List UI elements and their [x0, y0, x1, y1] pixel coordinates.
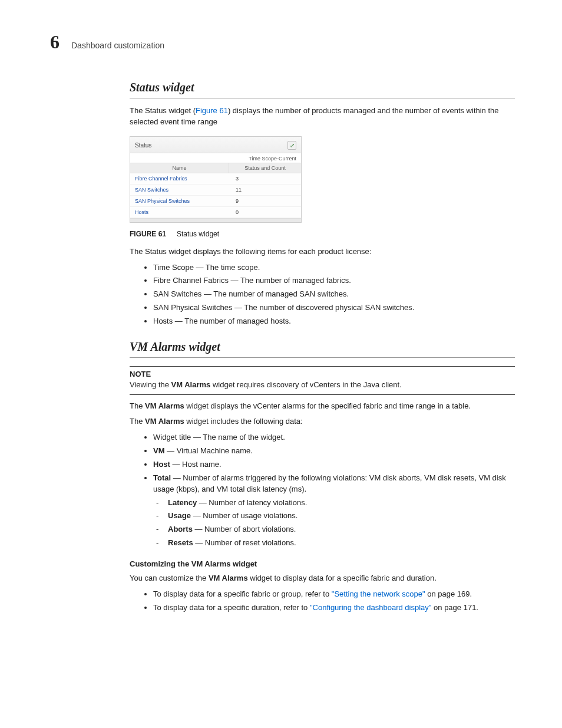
list-item: Time Scope — The time scope. [153, 262, 515, 274]
list-item: Latency — Number of latency violations. [168, 498, 515, 509]
text: widget requires discovery of vCenters in… [210, 380, 401, 389]
cross-ref-link[interactable]: "Configuring the dashboard display" [310, 603, 432, 612]
list-item: To display data for a specific fabric or… [153, 589, 515, 600]
row-count: 0 [231, 207, 301, 218]
list-item: Host — Host name. [153, 459, 515, 470]
list-item: Fibre Channel Fabrics — The number of ma… [153, 275, 515, 286]
list-item: Aborts — Number of abort violations. [168, 524, 515, 535]
text: The [130, 417, 145, 426]
list-item: Usage — Number of usage violations. [168, 510, 515, 522]
list-item: SAN Switches — The number of managed SAN… [153, 289, 515, 300]
text: — Number of latency violations. [197, 498, 307, 507]
text: Viewing the [130, 380, 171, 389]
widget-title-text: Status [135, 142, 151, 149]
widget-rows: Fibre Channel Fabrics 3 SAN Switches 11 … [130, 173, 301, 218]
list-item: Hosts — The number of managed hosts. [153, 316, 515, 327]
status-widget-panel: Status ⤢ Time Scope-Current Name Status … [130, 136, 302, 223]
col-name: Name [130, 163, 229, 173]
text: The Status widget ( [130, 106, 196, 115]
text: widget to display data for a specific fa… [248, 574, 437, 582]
chapter-number: 6 [50, 32, 59, 51]
expand-icon[interactable]: ⤢ [287, 141, 296, 150]
widget-time-scope: Time Scope-Current [130, 153, 301, 163]
text: Latency [168, 498, 197, 507]
text: The [130, 401, 145, 410]
row-name[interactable]: Fibre Channel Fabrics [130, 173, 231, 184]
text: — Number of reset violations. [193, 538, 296, 547]
text: VM Alarms [171, 380, 211, 389]
text: VM Alarms [145, 417, 184, 426]
list-item: To display data for a specific duration,… [153, 602, 515, 614]
col-status: Status and Count [229, 163, 301, 173]
figure-link[interactable]: Figure 61 [196, 106, 228, 115]
vm-alarms-p1: The VM Alarms widget displays the vCente… [130, 401, 515, 412]
table-row: SAN Physical Switches 9 [130, 196, 301, 207]
text: — Number of alarms triggered by the foll… [153, 473, 506, 493]
widget-titlebar: Status ⤢ [130, 137, 301, 153]
text: widget includes the following data: [184, 417, 303, 426]
text: You can customize the [130, 574, 209, 582]
note-text: Viewing the VM Alarms widget requires di… [130, 380, 515, 391]
table-row: Hosts 0 [130, 207, 301, 218]
text: To display data for a specific duration,… [153, 603, 310, 612]
figure-caption-text: Status widget [177, 230, 219, 238]
row-name[interactable]: SAN Switches [130, 185, 231, 195]
list-item: Resets — Number of reset violations. [168, 538, 515, 549]
text: Usage [168, 511, 191, 520]
customizing-items: To display data for a specific fabric or… [130, 589, 515, 614]
customizing-heading: Customizing the VM Alarms widget [130, 559, 515, 568]
text: — Host name. [170, 460, 222, 469]
text: on page 171. [431, 603, 478, 612]
status-items: Time Scope — The time scope. Fibre Chann… [130, 262, 515, 327]
customizing-p: You can customize the VM Alarms widget t… [130, 573, 515, 584]
text: Total [153, 473, 171, 482]
note-label: NOTE [130, 370, 515, 378]
section-rule [130, 357, 515, 358]
row-count: 9 [231, 196, 301, 206]
section-rule [130, 98, 515, 98]
vm-alarms-items: Widget title — The name of the widget. V… [130, 432, 515, 549]
note-block: NOTE Viewing the VM Alarms widget requir… [130, 366, 515, 395]
text: VM Alarms [209, 574, 248, 582]
table-row: Fibre Channel Fabrics 3 [130, 173, 301, 185]
status-intro: The Status widget (Figure 61) displays t… [130, 106, 515, 128]
widget-footer [130, 218, 301, 222]
text: VM [153, 446, 165, 455]
list-item: SAN Physical Switches — The number of di… [153, 302, 515, 314]
status-items-lead: The Status widget displays the following… [130, 246, 515, 258]
section-heading-vm-alarms: VM Alarms widget [130, 340, 515, 354]
vm-alarms-p2: The VM Alarms widget includes the follow… [130, 416, 515, 427]
cross-ref-link[interactable]: "Setting the network scope" [332, 589, 425, 598]
text: — Virtual Machine name. [165, 446, 253, 455]
text: — Number of abort violations. [193, 525, 296, 533]
page-header: 6 Dashboard customization [50, 32, 515, 51]
text: on page 169. [425, 589, 472, 598]
figure-caption: FIGURE 61Status widget [130, 230, 515, 238]
row-count: 3 [231, 173, 301, 184]
row-name[interactable]: SAN Physical Switches [130, 196, 231, 206]
list-item: Widget title — The name of the widget. [153, 432, 515, 443]
chapter-title: Dashboard customization [71, 41, 164, 50]
text: widget displays the vCenter alarms for t… [184, 401, 471, 410]
vm-alarms-subitems: Latency — Number of latency violations. … [153, 498, 515, 549]
text: Aborts [168, 525, 193, 533]
row-count: 11 [231, 185, 301, 195]
row-name[interactable]: Hosts [130, 207, 231, 218]
list-item: Total — Number of alarms triggered by th… [153, 473, 515, 549]
section-heading-status: Status widget [130, 81, 515, 94]
list-item: VM — Virtual Machine name. [153, 446, 515, 457]
text: To display data for a specific fabric or… [153, 589, 332, 598]
widget-table-head: Name Status and Count [130, 163, 301, 173]
figure-status-widget: Status ⤢ Time Scope-Current Name Status … [130, 136, 515, 238]
text: — Number of usage violations. [191, 511, 297, 520]
text: Resets [168, 538, 193, 547]
text: VM Alarms [145, 401, 184, 410]
table-row: SAN Switches 11 [130, 185, 301, 196]
figure-label: FIGURE 61 [130, 230, 166, 238]
text: Host [153, 460, 170, 469]
